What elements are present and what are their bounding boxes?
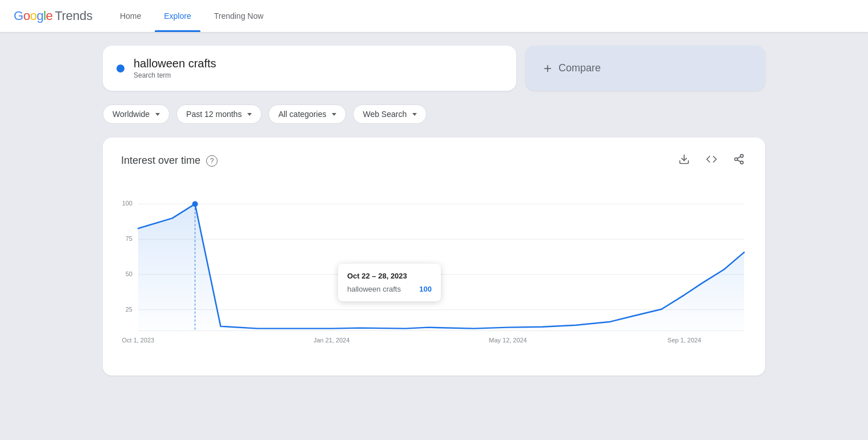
embed-icon	[706, 154, 717, 165]
search-text-area: halloween crafts Search term	[134, 57, 216, 79]
embed-button[interactable]	[704, 151, 720, 170]
chevron-down-icon	[247, 113, 252, 116]
search-dot-indicator	[116, 64, 124, 72]
header: Google Trends Home Explore Trending Now	[0, 0, 868, 32]
chart-header: Interest over time ?	[121, 151, 747, 170]
filter-search-type[interactable]: Web Search	[353, 104, 427, 124]
logo[interactable]: Google Trends	[14, 9, 93, 23]
search-term-type: Search term	[134, 71, 216, 79]
svg-text:50: 50	[126, 271, 132, 277]
svg-text:75: 75	[126, 235, 132, 242]
svg-text:Sep 1, 2024: Sep 1, 2024	[668, 337, 701, 344]
share-button[interactable]	[731, 151, 747, 170]
filter-time[interactable]: Past 12 months	[176, 104, 262, 124]
chart-card: Interest over time ?	[103, 138, 765, 376]
download-icon	[678, 154, 690, 165]
chart-container: 100 75 50 25	[121, 184, 747, 357]
svg-text:Jan 21, 2024: Jan 21, 2024	[314, 337, 349, 344]
compare-plus-icon: +	[544, 60, 552, 76]
logo-google-text: Google	[14, 9, 53, 23]
nav-trending-now[interactable]: Trending Now	[205, 0, 273, 32]
search-term: halloween crafts	[134, 57, 216, 70]
filter-location[interactable]: Worldwide	[103, 104, 170, 124]
search-row: halloween crafts Search term + Compare	[103, 46, 765, 91]
chart-title: Interest over time	[121, 155, 200, 167]
compare-label: Compare	[558, 62, 601, 74]
svg-line-4	[737, 160, 741, 162]
main-content: halloween crafts Search term + Compare W…	[91, 32, 777, 389]
chart-title-area: Interest over time ?	[121, 155, 218, 167]
chart-actions	[676, 151, 747, 170]
download-button[interactable]	[676, 151, 692, 170]
help-icon[interactable]: ?	[206, 155, 218, 167]
logo-trends-text: Trends	[55, 9, 93, 23]
filters-row: Worldwide Past 12 months All categories …	[103, 104, 765, 124]
compare-box[interactable]: + Compare	[525, 46, 765, 91]
svg-line-5	[737, 156, 741, 158]
main-nav: Home Explore Trending Now	[111, 0, 272, 32]
svg-text:May 12, 2024: May 12, 2024	[489, 337, 527, 344]
chevron-down-icon	[155, 113, 160, 116]
search-box: halloween crafts Search term	[103, 46, 516, 91]
svg-text:25: 25	[126, 306, 132, 313]
svg-text:100: 100	[122, 200, 132, 207]
nav-home[interactable]: Home	[111, 0, 150, 32]
filter-category[interactable]: All categories	[268, 104, 346, 124]
svg-text:Oct 1, 2023: Oct 1, 2023	[122, 337, 155, 344]
interest-chart: 100 75 50 25	[121, 184, 747, 355]
chevron-down-icon	[332, 113, 336, 116]
chevron-down-icon	[412, 113, 417, 116]
nav-explore[interactable]: Explore	[155, 0, 200, 32]
share-icon	[733, 154, 745, 165]
